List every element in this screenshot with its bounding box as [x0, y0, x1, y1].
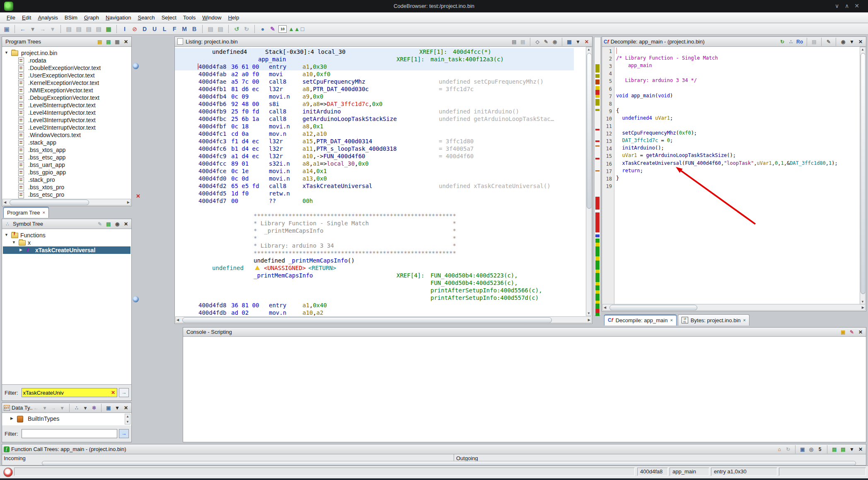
listing-hscrollbar[interactable]: ◀ ▶ [175, 316, 592, 323]
program-tree-hscrollbar[interactable]: ◀ ▶ [2, 199, 131, 205]
console-output[interactable] [183, 337, 866, 442]
graph-icon[interactable]: ∴ [787, 38, 795, 46]
menu-item-window[interactable]: Window [199, 13, 225, 22]
tab-close-icon[interactable]: × [670, 318, 672, 323]
listing-row[interactable]: 400d4fc6b1 d4 ecl32ra11,PTR_s_loopTask_4… [175, 145, 574, 152]
decompiler-line[interactable]: /* Library Function - Single Match [616, 55, 718, 63]
overview-marker[interactable] [595, 90, 600, 95]
dropdown-icon[interactable]: ▼ [848, 446, 856, 453]
copy-icon[interactable]: ▤ [510, 38, 518, 46]
close-icon[interactable]: ✕ [583, 38, 590, 46]
tree-item-builtintypes[interactable]: ▶ BuiltInTypes [2, 415, 131, 422]
symbol-tree-item-x[interactable]: ▼x [2, 239, 131, 246]
overview-marker[interactable] [595, 212, 600, 232]
paste-icon[interactable]: ▤ [216, 25, 225, 33]
equates-icon[interactable]: 10 [278, 25, 287, 33]
edit-icon[interactable]: ✎ [96, 220, 104, 228]
menu-item-tools[interactable]: Tools [180, 13, 199, 22]
symbol-filter-input[interactable] [22, 389, 109, 396]
add-bookmark-icon[interactable]: B [190, 25, 198, 33]
window-manager-icon[interactable]: □ [298, 25, 307, 33]
listing-row[interactable]: printAfterSetupInfo:400d5566(c), [175, 287, 574, 294]
listing-row[interactable]: _printMemCapsInfoXREF[4]:FUN_400d50b4:40… [175, 272, 574, 279]
save-icon[interactable]: ▣ [2, 25, 11, 33]
tab-close-icon[interactable]: × [743, 318, 746, 323]
back-dropdown-icon[interactable]: ▾ [41, 404, 48, 412]
filter-icon[interactable]: ◎ [808, 446, 815, 453]
listing-row[interactable]: 400d4faea5 7c 00call8setCpuFrequencyMhzu… [175, 78, 574, 85]
disassemble-icon[interactable]: D [140, 25, 149, 33]
menu-item-file[interactable]: File [3, 13, 19, 22]
listing-row[interactable]: undefined _printMemCapsInfo() [175, 257, 574, 264]
listing-row[interactable]: ****************************************… [175, 249, 574, 257]
create-function-icon[interactable]: F [170, 25, 179, 33]
decompiler-line[interactable]: app_main [616, 63, 652, 70]
splitter-expand-icon[interactable] [133, 63, 139, 69]
overview-marker[interactable] [595, 234, 600, 237]
depth-count[interactable]: 5 [816, 446, 824, 453]
overview-marker[interactable] [595, 270, 600, 273]
menu-item-bsim[interactable]: BSim [61, 13, 81, 22]
listing-row[interactable]: ****************************************… [175, 212, 574, 219]
clear-code-icon[interactable]: ⊘ [131, 25, 139, 33]
program-tree[interactable]: ▼project.ino.bin.rodata.DoubleExceptionV… [2, 47, 131, 198]
listing-row[interactable]: undefined<UNASSIGNED><RETURN> [175, 264, 574, 272]
listing-row[interactable]: 400d4fd700??00h [175, 197, 574, 205]
paste-annotations-icon[interactable]: ▤ [94, 25, 103, 33]
window-icon[interactable]: ▣ [105, 404, 112, 412]
listing-overview-margin[interactable] [594, 37, 601, 316]
menu-item-help[interactable]: Help [225, 13, 242, 22]
snapshot-icon[interactable]: ◉ [114, 220, 121, 228]
scroll-lock-icon[interactable]: ▣ [839, 328, 847, 336]
window-icon[interactable]: ▣ [799, 446, 806, 453]
edit-icon[interactable]: ✎ [825, 38, 832, 46]
cursor-text-icon[interactable]: I [121, 25, 129, 33]
forward-icon[interactable]: → [50, 404, 57, 412]
menu-item-search[interactable]: Search [134, 13, 158, 22]
listing-row[interactable]: app_mainXREF[1]:main_task:400f12a3(c) [175, 55, 574, 63]
cursor-tracking-icon[interactable]: ◇ [534, 38, 541, 46]
listing-row[interactable]: 400d4fbf0c 18movi.na8,0x1 [175, 123, 574, 130]
overview-marker[interactable] [595, 64, 600, 72]
go-to-icon[interactable]: ▤ [105, 220, 112, 228]
back-icon[interactable]: ← [19, 25, 27, 33]
data-type-filter-input[interactable] [22, 430, 117, 437]
listing-row[interactable]: 400d4faba2 a0 f0movia10,0xf0 [175, 70, 574, 78]
listing-row[interactable]: 400d4fbc25 6b 1acall8getArduinoLoopTaskS… [175, 115, 574, 123]
marker-close-icon[interactable]: ✕ [136, 193, 140, 199]
console-header[interactable]: Console - Scripting ▣✎✕ [183, 328, 866, 337]
overview-marker[interactable] [595, 140, 600, 142]
tab-close-icon[interactable]: × [42, 210, 45, 215]
program-tree-item[interactable]: .bss_xtos_pro [2, 183, 131, 191]
edit-icon[interactable]: ✎ [542, 38, 550, 46]
redo-icon[interactable]: ↻ [242, 25, 251, 33]
gear-icon[interactable]: ✱ [90, 404, 98, 412]
snapshot-icon[interactable]: ◉ [551, 38, 559, 46]
close-icon[interactable]: ✕ [857, 446, 864, 453]
maximize-button[interactable]: ∧ [842, 2, 851, 9]
forward-icon[interactable]: → [39, 25, 47, 33]
filter-clear-icon[interactable]: ✕ [109, 390, 117, 396]
overview-marker[interactable] [595, 145, 600, 147]
back-dropdown-icon[interactable]: ▾ [29, 25, 37, 33]
program-diff-icon[interactable]: ▦ [104, 25, 113, 33]
listing-row[interactable]: 400d4fa836 61 00entrya1,0x30 [175, 63, 574, 70]
listing-row[interactable]: FUN_400d50b4:400d5236(c), [175, 279, 574, 287]
menu-item-graph[interactable]: Graph [81, 13, 102, 22]
listing-row[interactable]: 400d4fd265 e5 fdcall8xTaskCreateUniversa… [175, 182, 574, 190]
overview-marker[interactable] [595, 158, 600, 159]
readonly-toggle[interactable]: Ro [796, 38, 803, 46]
program-tree-item[interactable]: .bss_etsc_pro [2, 191, 131, 198]
decompiler-line[interactable]: { [616, 108, 619, 115]
listing-row[interactable]: * Library: arduino 3 34 * [175, 242, 574, 249]
overview-marker[interactable] [595, 309, 600, 313]
close-button[interactable]: ✕ [852, 2, 861, 9]
program-tree-item[interactable]: .DoubleExceptionVector.text [2, 64, 131, 72]
conflict-dropdown-icon[interactable]: ▾ [82, 404, 89, 412]
create-data-icon[interactable]: U [150, 25, 159, 33]
listing-row[interactable]: * * [175, 234, 574, 242]
program-tree-item[interactable]: .NMIExceptionVector.text [2, 87, 131, 94]
decompiler-line[interactable]: setCpuFrequencyMhz(0xf0); [616, 130, 697, 137]
program-tree-item[interactable]: .WindowVectors.text [2, 131, 131, 139]
decompiler-line[interactable]: undefined4 uVar1; [616, 115, 673, 123]
